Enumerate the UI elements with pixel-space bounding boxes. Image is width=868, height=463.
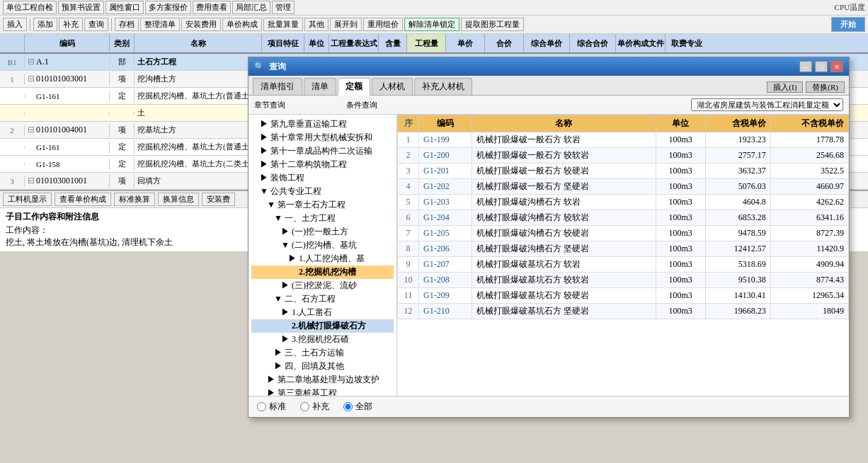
tree-item[interactable]: ▶ 第十二章构筑物工程	[251, 158, 394, 171]
btn-supplement[interactable]: 补充	[59, 18, 83, 31]
btn-manage[interactable]: 管理	[272, 1, 295, 14]
result-row[interactable]: 5 G1-203 机械打眼爆破沟槽石方 软岩 100m3 4604.8 4262…	[398, 195, 849, 210]
tree-item[interactable]: ▶ 三、土石方运输	[251, 346, 394, 360]
dialog-close-btn[interactable]: ✕	[830, 61, 843, 72]
tab-supplement-materials[interactable]: 补充人材机	[414, 78, 472, 95]
tree-item[interactable]: ▶ 第十一章成品构件二次运输	[251, 144, 394, 158]
col-header-unit: 单位	[656, 115, 705, 132]
tree-panel[interactable]: ▶ 第九章垂直运输工程 ▶ 第十章常用大型机械安拆和 ▶ 第十一章成品构件二次运…	[249, 115, 397, 396]
result-unit: 100m3	[656, 164, 705, 179]
result-seq: 2	[398, 148, 419, 164]
result-name: 机械打眼爆破沟槽石方 较软岩	[472, 210, 656, 226]
result-row[interactable]: 12 G1-210 机械打眼爆破基坑石方 坚硬岩 100m3 19668.23 …	[398, 304, 849, 319]
btn-install-fee2[interactable]: 安装费	[202, 193, 235, 206]
btn-local-summary[interactable]: 局部汇总	[232, 1, 270, 14]
tree-item[interactable]: ▶ 第十章常用大型机械安拆和	[251, 131, 394, 144]
result-row[interactable]: 7 G1-205 机械打眼爆破沟槽石方 较硬岩 100m3 9478.59 87…	[398, 226, 849, 241]
tab-materials[interactable]: 人材机	[372, 78, 413, 95]
tree-item[interactable]: ▶ (三)挖淤泥、流砂	[251, 279, 394, 292]
result-row[interactable]: 10 G1-208 机械打眼爆破基坑石方 较软岩 100m3 9510.38 8…	[398, 273, 849, 288]
tree-item[interactable]: ▼ 第一章土石方工程	[251, 198, 394, 212]
tab-list[interactable]: 清单	[304, 78, 336, 95]
btn-cost-view[interactable]: 费用查看	[193, 1, 231, 14]
btn-install-fee[interactable]: 安装费用	[181, 18, 221, 31]
btn-batch-calc[interactable]: 批量算量	[263, 18, 303, 31]
result-seq: 3	[398, 164, 419, 179]
tree-item[interactable]: ▶ 四、回填及其他	[251, 360, 394, 373]
tree-item[interactable]: ▶ 1.人工挖沟槽、基	[251, 252, 394, 265]
insert-btn[interactable]: 插入(I)	[767, 81, 803, 93]
btn-clean[interactable]: 整理清单	[140, 18, 180, 31]
tree-item[interactable]: ▼ 二、石方工程	[251, 292, 394, 306]
btn-standard-convert[interactable]: 标准换算	[114, 193, 155, 206]
result-name: 机械打眼爆破一般石方 软岩	[472, 132, 656, 148]
tree-item-selected[interactable]: 2.机械打眼爆破石方	[251, 319, 394, 333]
result-code: G1-210	[419, 304, 472, 319]
dialog-minimize-btn[interactable]: —	[799, 61, 812, 72]
result-seq: 10	[398, 273, 419, 288]
btn-add[interactable]: 添加	[33, 18, 57, 31]
result-seq: 12	[398, 304, 419, 319]
tab-list-guide[interactable]: 清单指引	[253, 78, 302, 95]
tree-item[interactable]: ▶ 第二章地基处理与边坡支护	[251, 373, 394, 387]
dialog-restore-btn[interactable]: □	[815, 61, 828, 72]
result-tax-price: 5076.03	[705, 179, 770, 195]
result-row[interactable]: 8 G1-206 机械打眼爆破沟槽石方 坚硬岩 100m3 12412.57 1…	[398, 241, 849, 257]
btn-view-unit-price[interactable]: 查看单价构成	[55, 193, 111, 206]
tree-item[interactable]: ▶ 1.人工凿石	[251, 306, 394, 319]
result-unit: 100m3	[656, 304, 705, 319]
dialog-title-bar: 🔍 查询 — □ ✕	[249, 57, 849, 76]
tree-item[interactable]: ▶ 装饰工程	[251, 171, 394, 185]
col-header-name: 名称	[472, 115, 656, 132]
btn-material-display[interactable]: 工料机显示	[3, 193, 52, 206]
btn-reuse[interactable]: 重用组价	[363, 18, 403, 31]
btn-expand[interactable]: 展开到	[330, 18, 362, 31]
result-row[interactable]: 3 G1-201 机械打眼爆破一般石方 较硬岩 100m3 3632.37 35…	[398, 164, 849, 179]
result-name: 机械打眼爆破基坑石方 较硬岩	[472, 288, 656, 304]
btn-unit-price[interactable]: 单价构成	[222, 18, 262, 31]
query-dialog[interactable]: 🔍 查询 — □ ✕ 清单指引 清单 定额 人材机 补充人材机 插入(I) 替换…	[248, 57, 850, 418]
quota-db-select[interactable]: 湖北省房屋建筑与装饰工程消耗量定额	[691, 98, 843, 111]
tree-item[interactable]: ▶ (一)挖一般土方	[251, 225, 394, 239]
result-row[interactable]: 2 G1-200 机械打眼爆破一般石方 较软岩 100m3 2757.17 25…	[398, 148, 849, 164]
replace-btn[interactable]: 替换(R)	[806, 81, 845, 93]
result-notax-price: 4909.94	[770, 257, 848, 273]
btn-archive[interactable]: 存档	[115, 18, 139, 31]
tab-quota[interactable]: 定额	[338, 78, 370, 96]
result-name: 机械打眼爆破沟槽石方 软岩	[472, 195, 656, 210]
btn-budget-settings[interactable]: 预算书设置	[58, 1, 104, 14]
btn-multi-plan[interactable]: 多方案报价	[145, 1, 191, 14]
tree-item[interactable]: ▼ (二)挖沟槽、基坑	[251, 239, 394, 252]
result-row[interactable]: 4 G1-202 机械打眼爆破一般石方 坚硬岩 100m3 5076.03 46…	[398, 179, 849, 195]
btn-convert-info[interactable]: 换算信息	[158, 193, 199, 206]
result-row[interactable]: 11 G1-209 机械打眼爆破基坑石方 较硬岩 100m3 14130.41 …	[398, 288, 849, 304]
tree-item[interactable]: ▼ 公共专业工程	[251, 185, 394, 198]
result-code: G1-204	[419, 210, 472, 226]
result-row[interactable]: 6 G1-204 机械打眼爆破沟槽石方 较软岩 100m3 6853.28 63…	[398, 210, 849, 226]
top-toolbar: 单位工程自检 预算书设置 属性窗口 多方案报价 费用查看 局部汇总 管理 CPU…	[0, 0, 868, 16]
btn-unlock[interactable]: 解除清单锁定	[404, 18, 459, 31]
radio-supplement[interactable]: 补充	[300, 401, 329, 413]
radio-all[interactable]: 全部	[343, 401, 372, 413]
chapter-query-label: 章节查询	[254, 100, 285, 110]
btn-unit-check[interactable]: 单位工程自检	[3, 1, 57, 14]
btn-insert[interactable]: 插入	[3, 18, 27, 31]
btn-extract[interactable]: 提取图形工程量	[461, 18, 524, 31]
tree-item-highlighted[interactable]: 2.挖掘机挖沟槽	[251, 265, 394, 279]
main-toolbar: 插入 添加 补充 查询 存档 整理清单 安装费用 单价构成 批量算量 其他 展开…	[0, 16, 868, 34]
tree-item[interactable]: ▶ 第三章桩基工程	[251, 387, 394, 396]
result-unit: 100m3	[656, 210, 705, 226]
results-panel[interactable]: 序 编码 名称 单位 含税单价 不含税单价 1 G1-199 机械打眼爆破一般石…	[397, 115, 849, 396]
btn-query[interactable]: 查询	[84, 18, 108, 31]
result-code: G1-202	[419, 179, 472, 195]
btn-start[interactable]: 开始	[831, 17, 865, 32]
result-row[interactable]: 9 G1-207 机械打眼爆破基坑石方 软岩 100m3 5318.69 490…	[398, 257, 849, 273]
btn-other[interactable]: 其他	[304, 18, 329, 31]
result-tax-price: 9510.38	[705, 273, 770, 288]
tree-item[interactable]: ▶ 第九章垂直运输工程	[251, 118, 394, 131]
tree-item[interactable]: ▼ 一、土方工程	[251, 212, 394, 225]
tree-item[interactable]: ▶ 3.挖掘机挖石碴	[251, 333, 394, 346]
result-row[interactable]: 1 G1-199 机械打眼爆破一般石方 软岩 100m3 1923.23 177…	[398, 132, 849, 148]
btn-property-window[interactable]: 属性窗口	[105, 1, 144, 14]
radio-standard[interactable]: 标准	[257, 401, 286, 413]
